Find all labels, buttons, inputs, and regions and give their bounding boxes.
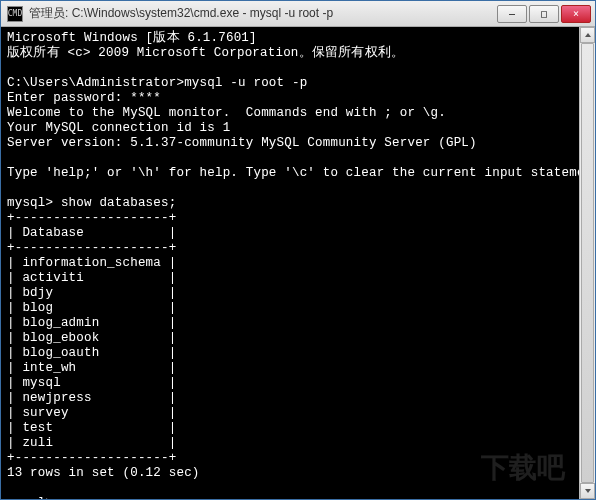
- cmd-window: CMD 管理员: C:\Windows\system32\cmd.exe - m…: [0, 0, 596, 500]
- chevron-up-icon: [584, 31, 592, 39]
- scroll-down-button[interactable]: [580, 483, 595, 499]
- close-icon: ×: [573, 8, 579, 19]
- window-title: 管理员: C:\Windows\system32\cmd.exe - mysql…: [29, 5, 495, 22]
- maximize-button[interactable]: □: [529, 5, 559, 23]
- cmd-icon: CMD: [7, 6, 23, 22]
- maximize-icon: □: [541, 8, 547, 19]
- minimize-icon: –: [509, 8, 515, 19]
- window-controls: – □ ×: [495, 5, 591, 23]
- vertical-scrollbar[interactable]: [579, 27, 595, 499]
- minimize-button[interactable]: –: [497, 5, 527, 23]
- scroll-up-button[interactable]: [580, 27, 595, 43]
- close-button[interactable]: ×: [561, 5, 591, 23]
- scroll-thumb[interactable]: [581, 43, 594, 483]
- scroll-track[interactable]: [580, 43, 595, 483]
- terminal-output[interactable]: Microsoft Windows [版本 6.1.7601] 版权所有 <c>…: [1, 27, 595, 499]
- titlebar[interactable]: CMD 管理员: C:\Windows\system32\cmd.exe - m…: [1, 1, 595, 27]
- chevron-down-icon: [584, 487, 592, 495]
